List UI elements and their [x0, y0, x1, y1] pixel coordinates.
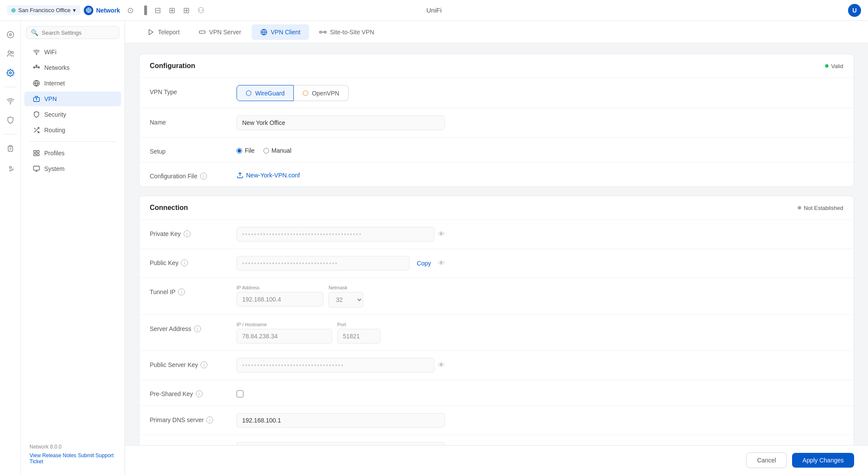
sidebar-icon-settings[interactable]: [2, 64, 19, 82]
version-text: Network 8.0.0: [30, 444, 116, 450]
sidebar-icon-gear[interactable]: [2, 159, 19, 176]
server-address-content: IP / Hostname Port: [237, 322, 843, 344]
search-box[interactable]: 🔍: [26, 26, 119, 39]
cancel-button[interactable]: Cancel: [746, 452, 787, 468]
sidebar-item-system[interactable]: System: [24, 161, 121, 176]
sidebar-icon-shield[interactable]: [2, 111, 19, 129]
tab-vpn-client[interactable]: VPN Client: [252, 24, 309, 40]
secondary-dns-row: Secondary DNS server: [139, 435, 854, 445]
private-key-eye-icon[interactable]: 👁: [438, 230, 445, 238]
tab-vpn-server[interactable]: VPN Server: [190, 24, 250, 40]
svg-point-8: [8, 51, 10, 53]
svg-point-11: [10, 103, 11, 104]
primary-dns-input[interactable]: [237, 413, 445, 428]
ip-address-input[interactable]: [237, 292, 323, 307]
not-established-dot: [798, 206, 801, 210]
public-server-key-info-icon[interactable]: i: [201, 361, 207, 368]
topbar: San Francisco Office ▾ Network ⊙ ▐ ⊟ ⊞ ⊞…: [0, 0, 868, 21]
grid-icon[interactable]: ⊞: [183, 6, 190, 15]
sidebar-item-wifi[interactable]: WiFi: [24, 45, 121, 59]
sidebar-item-routing[interactable]: Routing: [24, 123, 121, 138]
tunnel-ip-group: IP Address Netmask 32313024: [237, 285, 843, 308]
public-key-info-icon[interactable]: i: [181, 259, 188, 266]
sidebar-icon-clients[interactable]: [2, 45, 19, 62]
user-avatar[interactable]: U: [848, 4, 861, 17]
system-label: System: [44, 165, 65, 172]
site-name: San Francisco Office: [18, 7, 70, 13]
public-server-key-field: •••••••••••••••••••••••••••••••••• 👁: [237, 358, 445, 373]
public-server-key-content: •••••••••••••••••••••••••••••••••• 👁: [237, 358, 843, 373]
secondary-dns-input[interactable]: [237, 442, 445, 445]
name-input[interactable]: [237, 115, 445, 130]
search-input[interactable]: [42, 29, 115, 36]
tunnel-ip-info-icon[interactable]: i: [178, 288, 185, 295]
setup-label: Setup: [150, 144, 237, 155]
public-server-key-row: Public Server Key i ••••••••••••••••••••…: [139, 351, 854, 380]
network-label: Network: [96, 7, 120, 14]
sidebar-icon-wireless[interactable]: [2, 92, 19, 110]
sidebar-icon-clipboard[interactable]: [2, 140, 19, 157]
site-selector[interactable]: San Francisco Office ▾: [7, 5, 80, 15]
tab-site-to-site[interactable]: Site-to-Site VPN: [311, 24, 383, 40]
people-icon[interactable]: ⚇: [197, 6, 204, 15]
sidebar-item-profiles[interactable]: Profiles: [24, 146, 121, 161]
sidebar-item-security[interactable]: Security: [24, 107, 121, 122]
public-server-key-dots: ••••••••••••••••••••••••••••••••••: [237, 358, 434, 373]
config-file-info-icon[interactable]: i: [200, 173, 207, 180]
configuration-title: Configuration: [150, 62, 195, 70]
svg-point-9: [11, 52, 13, 54]
server-address-label: Server Address i: [150, 322, 237, 332]
copy-button[interactable]: Copy: [413, 258, 434, 269]
private-key-dots: ••••••••••••••••••••••••••••••••••••••••: [237, 227, 434, 242]
client-icon[interactable]: ▐: [141, 6, 147, 15]
secondary-dns-content: [237, 442, 843, 445]
setup-file-option[interactable]: File: [237, 147, 255, 154]
release-notes-link[interactable]: View Release Notes: [30, 452, 76, 459]
profiles-icon: [33, 150, 40, 157]
netmask-sub: Netmask 32313024: [329, 285, 363, 308]
vpn-type-row: VPN Type ⬡ WireGuard ⬡ OpenVPN: [139, 78, 854, 108]
networks-label: Networks: [44, 64, 69, 71]
public-key-eye-icon[interactable]: 👁: [438, 259, 445, 267]
netmask-select[interactable]: 32313024: [329, 292, 363, 308]
setup-manual-option[interactable]: Manual: [263, 147, 292, 154]
sidebar-icon-dashboard[interactable]: [2, 26, 19, 43]
svg-point-10: [9, 72, 11, 74]
openvpn-icon: ⬡: [302, 89, 309, 97]
ip-hostname-label: IP / Hostname: [237, 322, 332, 327]
wifi-label: WiFi: [44, 49, 56, 56]
public-server-key-eye-icon[interactable]: 👁: [438, 361, 445, 369]
config-file-link[interactable]: New-York-VPN.conf: [237, 169, 843, 179]
sidebar-item-networks[interactable]: Networks: [24, 60, 121, 75]
port-input[interactable]: [337, 329, 381, 344]
openvpn-btn[interactable]: ⬡ OpenVPN: [294, 85, 349, 101]
svg-point-27: [36, 98, 36, 99]
configuration-header: Configuration Valid: [139, 54, 854, 78]
private-key-info-icon[interactable]: i: [184, 230, 191, 237]
pre-shared-key-checkbox[interactable]: [237, 390, 243, 397]
pre-shared-key-info-icon[interactable]: i: [196, 390, 203, 397]
sidebar-divider-2: [4, 134, 17, 134]
statistics-icon[interactable]: ⊞: [169, 6, 175, 15]
device-icon[interactable]: ⊙: [127, 6, 134, 15]
connection-card: Connection Not Established Private Key i: [139, 196, 854, 445]
sidebar-item-vpn[interactable]: VPN: [24, 92, 121, 106]
user-initial: U: [852, 7, 857, 14]
network-tab[interactable]: Network: [84, 6, 120, 15]
connection-status: Not Established: [798, 205, 843, 211]
tab-teleport[interactable]: Teleport: [139, 24, 188, 40]
server-address-info-icon[interactable]: i: [194, 325, 201, 332]
topbar-center: UniFi: [426, 7, 441, 14]
svg-rect-19: [36, 65, 37, 66]
topology-icon[interactable]: ⊟: [155, 6, 161, 15]
setup-manual-radio[interactable]: [263, 148, 269, 154]
primary-dns-row: Primary DNS server i: [139, 406, 854, 435]
wireguard-btn[interactable]: ⬡ WireGuard: [237, 85, 294, 101]
primary-dns-info-icon[interactable]: i: [206, 416, 213, 423]
topbar-left: San Francisco Office ▾ Network: [7, 5, 120, 15]
sidebar-item-internet[interactable]: Internet: [24, 76, 121, 91]
port-label: Port: [337, 322, 381, 327]
ip-hostname-input[interactable]: [237, 329, 332, 344]
apply-changes-button[interactable]: Apply Changes: [792, 453, 854, 468]
setup-file-radio[interactable]: [237, 148, 242, 154]
